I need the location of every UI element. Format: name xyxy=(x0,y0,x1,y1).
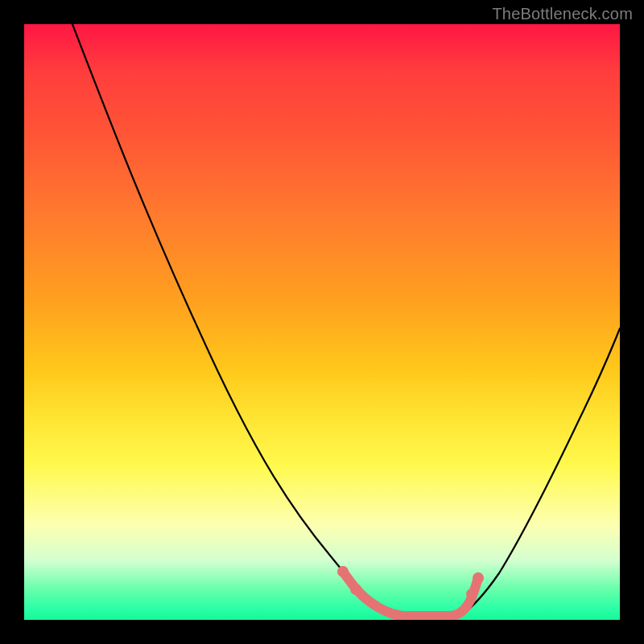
chart-stage: TheBottleneck.com xyxy=(0,0,644,644)
watermark-label: TheBottleneck.com xyxy=(492,5,633,23)
marker-dot xyxy=(337,566,349,577)
marker-dot xyxy=(466,588,477,600)
marker-segment xyxy=(343,572,478,616)
curve-right-branch xyxy=(459,328,620,617)
curve-left-branch xyxy=(72,24,402,617)
plot-area xyxy=(24,24,620,620)
marker-dot xyxy=(350,584,361,595)
marker-dot xyxy=(473,572,484,584)
chart-svg xyxy=(24,24,620,620)
